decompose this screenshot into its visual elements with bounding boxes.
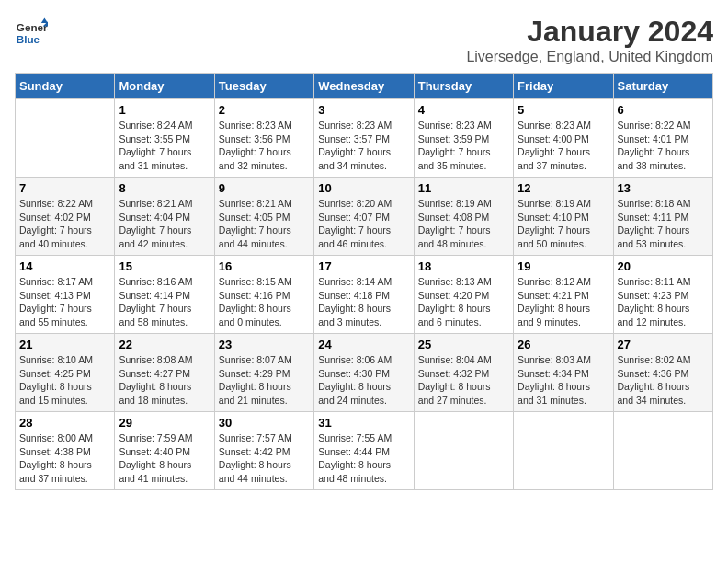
day-number: 27 bbox=[618, 338, 709, 351]
logo-icon: General Blue bbox=[15, 15, 48, 48]
day-number: 1 bbox=[119, 103, 210, 117]
day-header-sunday: Sunday bbox=[16, 74, 115, 99]
day-number: 2 bbox=[219, 103, 310, 117]
day-number: 12 bbox=[518, 181, 609, 195]
calendar-cell: 8Sunrise: 8:21 AMSunset: 4:04 PMDaylight… bbox=[115, 178, 214, 256]
day-number: 9 bbox=[219, 181, 310, 195]
calendar-cell: 18Sunrise: 8:13 AMSunset: 4:20 PMDayligh… bbox=[414, 256, 513, 334]
week-row-2: 7Sunrise: 8:22 AMSunset: 4:02 PMDaylight… bbox=[16, 178, 713, 256]
day-header-tuesday: Tuesday bbox=[214, 74, 313, 99]
day-info: Sunrise: 8:14 AMSunset: 4:18 PMDaylight:… bbox=[318, 275, 409, 329]
day-number: 28 bbox=[19, 416, 110, 430]
day-number: 26 bbox=[518, 338, 609, 351]
calendar-cell: 22Sunrise: 8:08 AMSunset: 4:27 PMDayligh… bbox=[115, 334, 214, 412]
day-number: 14 bbox=[19, 259, 110, 273]
calendar-cell: 16Sunrise: 8:15 AMSunset: 4:16 PMDayligh… bbox=[214, 256, 313, 334]
day-info: Sunrise: 8:23 AMSunset: 3:59 PMDaylight:… bbox=[418, 119, 509, 173]
day-number: 25 bbox=[418, 338, 509, 351]
calendar-cell: 29Sunrise: 7:59 AMSunset: 4:40 PMDayligh… bbox=[115, 412, 214, 490]
week-row-4: 21Sunrise: 8:10 AMSunset: 4:25 PMDayligh… bbox=[16, 334, 713, 412]
calendar-cell: 11Sunrise: 8:19 AMSunset: 4:08 PMDayligh… bbox=[414, 178, 513, 256]
page-header: General Blue January 2024 Liversedge, En… bbox=[15, 15, 713, 65]
calendar-cell: 13Sunrise: 8:18 AMSunset: 4:11 PMDayligh… bbox=[613, 178, 712, 256]
week-row-1: 1Sunrise: 8:24 AMSunset: 3:55 PMDaylight… bbox=[16, 99, 713, 178]
day-info: Sunrise: 8:20 AMSunset: 4:07 PMDaylight:… bbox=[318, 197, 409, 251]
calendar-cell: 17Sunrise: 8:14 AMSunset: 4:18 PMDayligh… bbox=[314, 256, 414, 334]
calendar-cell: 20Sunrise: 8:11 AMSunset: 4:23 PMDayligh… bbox=[613, 256, 712, 334]
day-info: Sunrise: 7:59 AMSunset: 4:40 PMDaylight:… bbox=[119, 431, 210, 486]
day-info: Sunrise: 8:13 AMSunset: 4:20 PMDaylight:… bbox=[418, 275, 509, 329]
day-number: 17 bbox=[318, 259, 409, 273]
day-info: Sunrise: 8:15 AMSunset: 4:16 PMDaylight:… bbox=[219, 275, 310, 329]
day-info: Sunrise: 8:18 AMSunset: 4:11 PMDaylight:… bbox=[618, 197, 709, 251]
week-row-5: 28Sunrise: 8:00 AMSunset: 4:38 PMDayligh… bbox=[16, 412, 713, 490]
day-number: 19 bbox=[518, 259, 609, 273]
day-info: Sunrise: 8:21 AMSunset: 4:05 PMDaylight:… bbox=[219, 197, 310, 251]
calendar-table: SundayMondayTuesdayWednesdayThursdayFrid… bbox=[15, 73, 713, 490]
day-number: 5 bbox=[518, 103, 609, 117]
calendar-cell: 2Sunrise: 8:23 AMSunset: 3:56 PMDaylight… bbox=[214, 99, 313, 178]
day-header-thursday: Thursday bbox=[414, 74, 513, 99]
day-number: 11 bbox=[418, 181, 509, 195]
logo: General Blue bbox=[15, 15, 51, 48]
day-info: Sunrise: 8:19 AMSunset: 4:10 PMDaylight:… bbox=[518, 197, 609, 251]
day-info: Sunrise: 7:57 AMSunset: 4:42 PMDaylight:… bbox=[219, 431, 310, 486]
day-info: Sunrise: 8:11 AMSunset: 4:23 PMDaylight:… bbox=[618, 275, 709, 329]
day-info: Sunrise: 8:22 AMSunset: 4:01 PMDaylight:… bbox=[618, 119, 709, 173]
day-info: Sunrise: 8:23 AMSunset: 3:57 PMDaylight:… bbox=[318, 119, 409, 173]
day-header-saturday: Saturday bbox=[613, 74, 712, 99]
day-number: 21 bbox=[19, 338, 110, 351]
day-info: Sunrise: 8:10 AMSunset: 4:25 PMDaylight:… bbox=[19, 353, 110, 408]
day-number: 30 bbox=[219, 416, 310, 430]
day-header-friday: Friday bbox=[514, 74, 613, 99]
day-number: 16 bbox=[219, 259, 310, 273]
day-info: Sunrise: 8:21 AMSunset: 4:04 PMDaylight:… bbox=[119, 197, 210, 251]
day-info: Sunrise: 7:55 AMSunset: 4:44 PMDaylight:… bbox=[318, 431, 409, 486]
day-info: Sunrise: 8:23 AMSunset: 4:00 PMDaylight:… bbox=[518, 119, 609, 173]
day-info: Sunrise: 8:24 AMSunset: 3:55 PMDaylight:… bbox=[119, 119, 210, 173]
calendar-cell: 30Sunrise: 7:57 AMSunset: 4:42 PMDayligh… bbox=[214, 412, 313, 490]
calendar-cell: 10Sunrise: 8:20 AMSunset: 4:07 PMDayligh… bbox=[314, 178, 414, 256]
calendar-cell bbox=[613, 412, 712, 490]
calendar-cell bbox=[16, 99, 115, 178]
day-info: Sunrise: 8:23 AMSunset: 3:56 PMDaylight:… bbox=[219, 119, 310, 173]
day-number: 3 bbox=[318, 103, 409, 117]
location: Liversedge, England, United Kingdom bbox=[466, 49, 713, 65]
calendar-cell: 31Sunrise: 7:55 AMSunset: 4:44 PMDayligh… bbox=[314, 412, 414, 490]
day-number: 4 bbox=[418, 103, 509, 117]
calendar-cell: 24Sunrise: 8:06 AMSunset: 4:30 PMDayligh… bbox=[314, 334, 414, 412]
day-number: 18 bbox=[418, 259, 509, 273]
day-info: Sunrise: 8:12 AMSunset: 4:21 PMDaylight:… bbox=[518, 275, 609, 329]
day-number: 31 bbox=[318, 416, 409, 430]
calendar-cell: 1Sunrise: 8:24 AMSunset: 3:55 PMDaylight… bbox=[115, 99, 214, 178]
calendar-cell: 23Sunrise: 8:07 AMSunset: 4:29 PMDayligh… bbox=[214, 334, 313, 412]
calendar-cell bbox=[414, 412, 513, 490]
day-header-monday: Monday bbox=[115, 74, 214, 99]
calendar-cell: 12Sunrise: 8:19 AMSunset: 4:10 PMDayligh… bbox=[514, 178, 613, 256]
month-year: January 2024 bbox=[466, 15, 713, 49]
calendar-cell: 28Sunrise: 8:00 AMSunset: 4:38 PMDayligh… bbox=[16, 412, 115, 490]
day-number: 6 bbox=[618, 103, 709, 117]
day-number: 10 bbox=[318, 181, 409, 195]
days-header-row: SundayMondayTuesdayWednesdayThursdayFrid… bbox=[16, 74, 713, 99]
day-number: 20 bbox=[618, 259, 709, 273]
calendar-cell: 4Sunrise: 8:23 AMSunset: 3:59 PMDaylight… bbox=[414, 99, 513, 178]
calendar-cell: 9Sunrise: 8:21 AMSunset: 4:05 PMDaylight… bbox=[214, 178, 313, 256]
week-row-3: 14Sunrise: 8:17 AMSunset: 4:13 PMDayligh… bbox=[16, 256, 713, 334]
day-info: Sunrise: 8:17 AMSunset: 4:13 PMDaylight:… bbox=[19, 275, 110, 329]
day-number: 15 bbox=[119, 259, 210, 273]
day-info: Sunrise: 8:16 AMSunset: 4:14 PMDaylight:… bbox=[119, 275, 210, 329]
calendar-cell: 15Sunrise: 8:16 AMSunset: 4:14 PMDayligh… bbox=[115, 256, 214, 334]
day-info: Sunrise: 8:00 AMSunset: 4:38 PMDaylight:… bbox=[19, 431, 110, 486]
day-info: Sunrise: 8:19 AMSunset: 4:08 PMDaylight:… bbox=[418, 197, 509, 251]
day-header-wednesday: Wednesday bbox=[314, 74, 414, 99]
calendar-cell: 19Sunrise: 8:12 AMSunset: 4:21 PMDayligh… bbox=[514, 256, 613, 334]
calendar-cell: 27Sunrise: 8:02 AMSunset: 4:36 PMDayligh… bbox=[613, 334, 712, 412]
calendar-cell: 5Sunrise: 8:23 AMSunset: 4:00 PMDaylight… bbox=[514, 99, 613, 178]
day-number: 13 bbox=[618, 181, 709, 195]
day-info: Sunrise: 8:22 AMSunset: 4:02 PMDaylight:… bbox=[19, 197, 110, 251]
day-number: 23 bbox=[219, 338, 310, 351]
day-number: 29 bbox=[119, 416, 210, 430]
day-info: Sunrise: 8:07 AMSunset: 4:29 PMDaylight:… bbox=[219, 353, 310, 408]
day-number: 22 bbox=[119, 338, 210, 351]
